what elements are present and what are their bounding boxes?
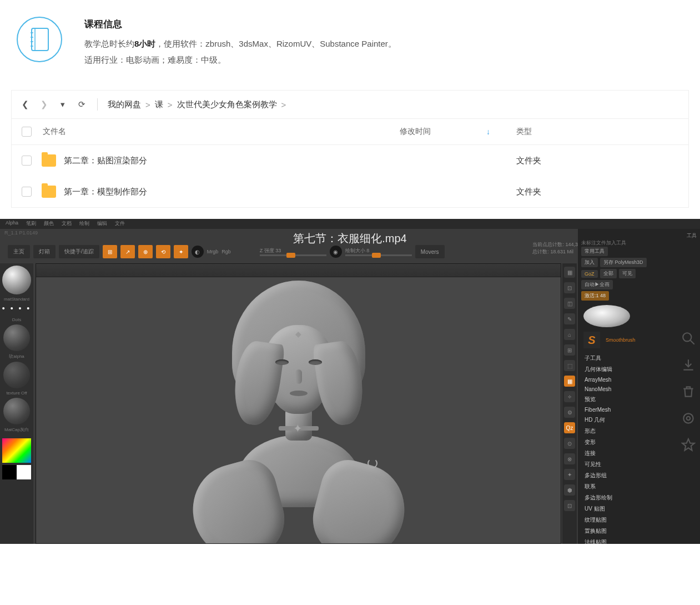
- active-slider[interactable]: 激活:1 48: [581, 291, 609, 301]
- menu-item[interactable]: 文件: [115, 220, 125, 228]
- stroke-dots-icon[interactable]: • • • •: [2, 304, 31, 315]
- tool-icon[interactable]: ⬢: [564, 484, 575, 496]
- tool-icon[interactable]: ✧: [564, 391, 575, 402]
- menu-item[interactable]: Alpha: [6, 220, 18, 228]
- color-picker[interactable]: [2, 438, 31, 463]
- folder-icon: [42, 186, 56, 198]
- nav-back-icon[interactable]: ❮: [19, 99, 31, 110]
- tool-icon[interactable]: ⊡: [564, 282, 575, 293]
- alpha-sphere[interactable]: [3, 324, 30, 351]
- persp-icon[interactable]: ▦: [564, 376, 575, 387]
- panel-btn[interactable]: 常用工具: [581, 247, 608, 256]
- list-item[interactable]: 多边形组: [581, 470, 697, 481]
- mrgb-label[interactable]: Mrgb: [207, 249, 219, 254]
- tool-icon[interactable]: ⟲: [156, 245, 170, 258]
- dropdown-caret-icon[interactable]: ▾: [57, 99, 68, 110]
- tool-icon[interactable]: ⊞: [103, 245, 117, 258]
- row-name[interactable]: 第一章：模型制作部分: [42, 186, 400, 198]
- menu-item[interactable]: 绘制: [79, 220, 89, 228]
- list-item[interactable]: 置换贴图: [581, 526, 697, 537]
- row-checkbox[interactable]: [22, 156, 32, 166]
- select-all-checkbox[interactable]: [22, 127, 32, 137]
- list-item[interactable]: 联系: [581, 481, 697, 492]
- list-item[interactable]: UV 贴图: [581, 503, 697, 514]
- nav-forward-icon[interactable]: ❯: [38, 99, 49, 110]
- tool-icon[interactable]: ✦: [174, 245, 188, 258]
- tool-icon[interactable]: ✦: [564, 469, 575, 480]
- breadcrumb-item[interactable]: 课: [155, 99, 163, 110]
- menu-item[interactable]: 颜色: [44, 220, 54, 228]
- search-icon[interactable]: [680, 330, 697, 347]
- row-name[interactable]: 第二章：贴图渲染部分: [42, 154, 400, 167]
- saveas-button[interactable]: 另存 PolyMesh3D: [600, 258, 647, 267]
- course-line1-bold: 8小时: [134, 39, 155, 48]
- course-line1-prefix: 教学总时长约: [84, 39, 134, 48]
- sculpt-eye: [275, 359, 289, 365]
- color-swatches: [2, 465, 31, 479]
- column-name[interactable]: 文件名: [42, 127, 400, 137]
- target-icon[interactable]: [680, 410, 697, 427]
- zbrush-canvas[interactable]: ◆ ✦: [36, 263, 561, 544]
- tool-icon[interactable]: ↗: [120, 245, 135, 258]
- trash-icon[interactable]: [680, 383, 697, 400]
- tool-icon[interactable]: ▦: [564, 267, 575, 278]
- all-button[interactable]: 全部: [600, 269, 617, 278]
- tool-icon[interactable]: ⊞: [564, 344, 575, 356]
- menu-item[interactable]: 文档: [62, 220, 72, 228]
- list-item[interactable]: 法线贴图: [581, 537, 697, 544]
- column-type[interactable]: 类型: [516, 127, 688, 137]
- tool-icon[interactable]: ◫: [564, 298, 575, 309]
- tool-icon[interactable]: ⬚: [564, 360, 575, 371]
- breadcrumb-current[interactable]: 次世代美少女角色案例教学: [177, 99, 277, 110]
- quick-button[interactable]: 快捷手/追踪: [59, 245, 99, 258]
- tool-icon[interactable]: Qz: [564, 422, 575, 433]
- swatch-white[interactable]: [17, 465, 31, 479]
- row-checkbox[interactable]: [22, 187, 32, 197]
- texture-sphere[interactable]: [3, 362, 30, 388]
- brush-preview[interactable]: [583, 305, 630, 327]
- drawsize-slider[interactable]: [345, 254, 412, 256]
- swatch-black[interactable]: [2, 465, 17, 479]
- focal-icon[interactable]: ◉: [330, 246, 342, 258]
- tool-icon[interactable]: ⚙: [564, 407, 575, 418]
- lightbox-button[interactable]: 灯箱: [33, 245, 56, 258]
- svg-point-8: [683, 413, 693, 423]
- menu-item[interactable]: 笔刷: [26, 220, 36, 228]
- breadcrumb-root[interactable]: 我的网盘: [108, 99, 141, 110]
- tool-icon[interactable]: ⊕: [138, 245, 153, 258]
- auto-button[interactable]: 自动▶全画: [581, 280, 613, 289]
- table-row[interactable]: 第一章：模型制作部分 文件夹: [12, 176, 688, 207]
- smoothbrush-s-icon[interactable]: S: [583, 332, 600, 348]
- bpr-icon[interactable]: ◐: [192, 246, 204, 258]
- movers-button[interactable]: Movers: [415, 245, 445, 258]
- sculpt-tiara: ◆: [292, 329, 305, 343]
- tool-icon[interactable]: ⌂: [564, 329, 575, 340]
- zbrush-left-shelf: matStandard • • • • Dots 软alpha texture …: [0, 263, 33, 544]
- course-text: 课程信息 教学总时长约8小时，使用软件：zbrush、3dsMax、RizomU…: [84, 17, 396, 68]
- star-icon[interactable]: [680, 437, 697, 453]
- list-item[interactable]: 纹理贴图: [581, 514, 697, 526]
- tool-icon[interactable]: ⊗: [564, 453, 575, 464]
- refresh-icon[interactable]: ⟳: [76, 99, 87, 110]
- download-icon[interactable]: [680, 357, 697, 373]
- load-button[interactable]: 加入: [581, 258, 598, 267]
- rgb-label[interactable]: Rgb: [221, 249, 231, 254]
- tool-icon[interactable]: ✎: [564, 313, 575, 324]
- row-name-text: 第一章：模型制作部分: [64, 187, 147, 197]
- chevron-right-icon: >: [168, 100, 173, 109]
- list-item[interactable]: 多边形绘制: [581, 492, 697, 503]
- list-item[interactable]: 可见性: [581, 459, 697, 470]
- material-sphere[interactable]: [2, 266, 31, 294]
- menu-item[interactable]: 编辑: [97, 220, 107, 228]
- visible-button[interactable]: 可见: [619, 269, 636, 278]
- stats-line2: 总计数: 18.631 Mil: [532, 248, 583, 256]
- column-time[interactable]: 修改时间 ↓: [400, 127, 516, 137]
- home-button[interactable]: 主页: [8, 245, 30, 258]
- goz-button[interactable]: GoZ: [581, 270, 598, 278]
- table-row[interactable]: 第二章：贴图渲染部分 文件夹: [12, 145, 688, 176]
- tool-icon[interactable]: ⊡: [564, 500, 575, 511]
- intensity-slider[interactable]: [260, 254, 326, 256]
- tool-icon[interactable]: ⊙: [564, 438, 575, 449]
- matcap-sphere[interactable]: [3, 398, 30, 424]
- matcap-label: MatCap灰白: [4, 427, 29, 433]
